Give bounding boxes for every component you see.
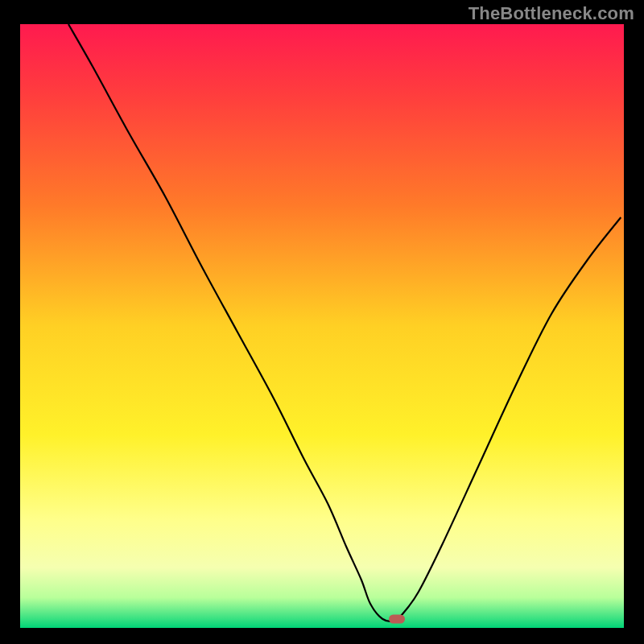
attribution-label: TheBottleneck.com: [469, 3, 634, 24]
minimum-marker-icon: [389, 614, 405, 623]
plot-area: [20, 24, 624, 628]
chart-frame: TheBottleneck.com: [0, 0, 644, 644]
gradient-background: [20, 24, 624, 628]
plot-svg: [20, 24, 624, 628]
